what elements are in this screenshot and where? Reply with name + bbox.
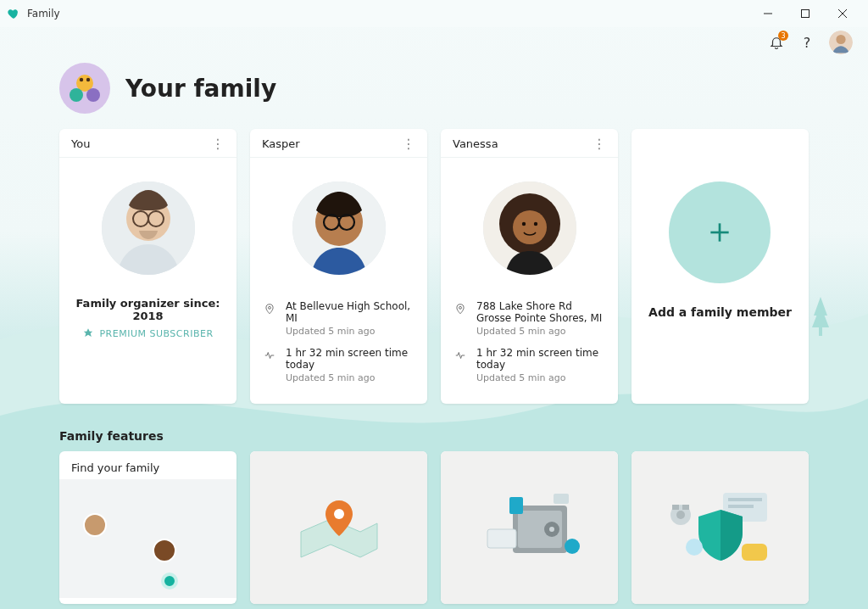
features-row: Find your family: [0, 451, 868, 604]
map-member-pin: [83, 513, 107, 537]
screentime-updated: Updated 5 min ago: [286, 372, 414, 383]
more-icon[interactable]: ⋮: [402, 142, 415, 147]
svg-point-10: [80, 78, 83, 81]
svg-rect-38: [487, 529, 516, 548]
svg-rect-47: [672, 505, 679, 510]
svg-point-39: [565, 539, 580, 554]
member-name: Vanessa: [453, 137, 498, 150]
map-preview: [59, 479, 236, 598]
svg-point-46: [676, 511, 685, 519]
location-row: 788 Lake Shore Rd Grosse Pointe Shores, …: [454, 295, 604, 342]
member-name: Kasper: [262, 137, 300, 150]
titlebar: Family: [0, 0, 868, 27]
member-avatar: [483, 182, 576, 275]
svg-rect-49: [742, 544, 767, 561]
feature-safety[interactable]: [441, 451, 618, 604]
screentime-updated: Updated 5 min ago: [476, 372, 604, 383]
premium-badge: PREMIUM SUBSCRIBER: [82, 327, 213, 339]
screentime-row: 1 hr 32 min screen time today Updated 5 …: [264, 342, 414, 388]
location-row: At Bellevue High School, MI Updated 5 mi…: [264, 295, 414, 342]
svg-point-28: [521, 222, 525, 226]
add-member-card[interactable]: Add a family member: [632, 129, 809, 404]
svg-point-12: [70, 88, 83, 102]
member-card-kasper[interactable]: Kasper ⋮ At Bellevue High School, MI Upd…: [250, 129, 427, 404]
svg-rect-40: [509, 497, 523, 514]
svg-point-37: [549, 527, 554, 532]
location-text-1: 788 Lake Shore Rd: [476, 300, 602, 312]
page-title: Your family: [125, 75, 276, 103]
more-icon[interactable]: ⋮: [593, 142, 606, 147]
app-icon: [7, 7, 20, 20]
notification-badge: 3: [778, 31, 788, 41]
member-card-vanessa[interactable]: Vanessa ⋮ 788 Lake Shore Rd Grosse Point…: [441, 129, 618, 404]
notifications-button[interactable]: 3: [768, 34, 785, 51]
member-avatar: [102, 182, 195, 275]
maximize-button[interactable]: [787, 0, 824, 27]
feature-location[interactable]: [250, 451, 427, 604]
location-illustration-icon: [288, 485, 390, 570]
window-title: Family: [27, 8, 60, 20]
svg-rect-41: [554, 494, 569, 504]
map-current-location-icon: [161, 573, 178, 589]
location-updated: Updated 5 min ago: [476, 326, 602, 337]
activity-icon: [264, 349, 277, 383]
add-icon: [669, 182, 771, 283]
svg-point-24: [269, 306, 271, 309]
svg-point-50: [686, 539, 703, 556]
svg-point-33: [334, 509, 344, 519]
svg-point-29: [533, 222, 537, 226]
svg-point-8: [836, 35, 845, 44]
activity-icon: [454, 349, 468, 383]
minimize-button[interactable]: [749, 0, 787, 27]
svg-rect-43: [728, 498, 762, 501]
features-heading: Family features: [0, 404, 868, 451]
add-member-label: Add a family member: [648, 305, 792, 319]
help-button[interactable]: ?: [798, 34, 815, 51]
more-icon[interactable]: ⋮: [211, 142, 225, 147]
svg-rect-48: [682, 505, 689, 510]
feature-title: Find your family: [59, 451, 236, 479]
member-name: You: [71, 137, 90, 150]
safe-illustration-icon: [470, 485, 589, 570]
screentime-row: 1 hr 32 min screen time today Updated 5 …: [454, 342, 604, 388]
family-members-row: You ⋮ Family organizer since: 2018 PREMI…: [0, 129, 868, 404]
map-member-pin: [153, 539, 176, 562]
member-card-you[interactable]: You ⋮ Family organizer since: 2018 PREMI…: [59, 129, 236, 404]
premium-icon: [82, 327, 94, 339]
location-text-2: Grosse Pointe Shores, MI: [476, 312, 602, 324]
feature-protection[interactable]: [632, 451, 809, 604]
family-logo-icon: [59, 63, 110, 114]
location-icon: [264, 302, 277, 337]
svg-point-11: [86, 78, 90, 81]
organizer-since: Family organizer since: 2018: [73, 297, 223, 322]
location-updated: Updated 5 min ago: [286, 326, 414, 337]
feature-find-family[interactable]: Find your family: [59, 451, 236, 604]
page-header: Your family: [0, 54, 868, 129]
close-button[interactable]: [824, 0, 861, 27]
toolbar: 3 ?: [0, 27, 868, 54]
location-icon: [454, 302, 468, 337]
svg-rect-44: [728, 505, 754, 508]
location-text: At Bellevue High School, MI: [286, 300, 414, 324]
screentime-text: 1 hr 32 min screen time today: [476, 347, 604, 371]
svg-rect-4: [802, 10, 810, 18]
member-avatar: [292, 182, 386, 275]
profile-avatar[interactable]: [829, 31, 853, 54]
svg-point-30: [459, 306, 462, 309]
premium-label: PREMIUM SUBSCRIBER: [99, 328, 213, 339]
screentime-text: 1 hr 32 min screen time today: [286, 347, 414, 371]
svg-point-13: [86, 88, 100, 102]
shield-illustration-icon: [657, 481, 784, 574]
svg-point-27: [513, 210, 547, 244]
